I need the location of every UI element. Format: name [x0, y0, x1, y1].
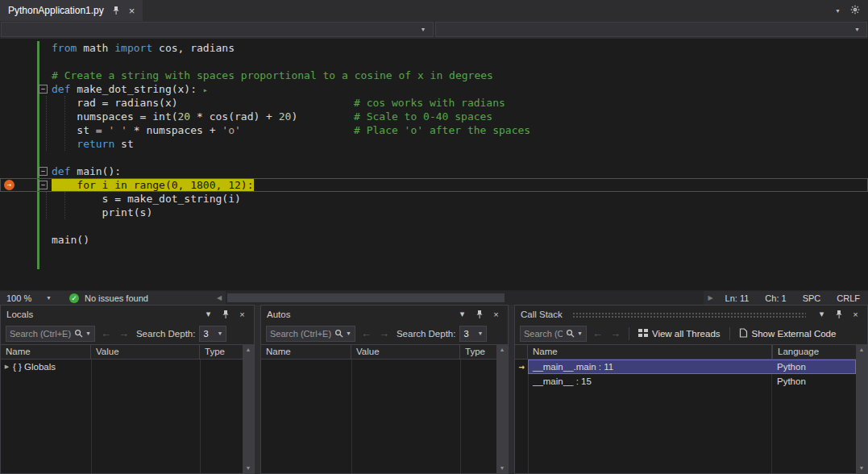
search-icon[interactable] — [334, 326, 343, 341]
code-line[interactable]: print(s) — [0, 206, 868, 219]
column-header-language[interactable]: Language — [772, 345, 856, 359]
fold-margin[interactable] — [37, 206, 52, 219]
collapse-toggle-icon[interactable]: − — [39, 85, 48, 94]
scroll-down-icon[interactable]: ▼ — [500, 465, 505, 471]
document-health-indicator[interactable]: ✓ No issues found — [69, 293, 148, 303]
collapse-toggle-icon[interactable]: − — [39, 167, 48, 176]
scroll-down-icon[interactable]: ▼ — [859, 465, 865, 471]
column-header-type[interactable]: Type — [460, 345, 496, 359]
pin-icon[interactable] — [219, 310, 231, 319]
search-input[interactable] — [6, 329, 74, 339]
search-box[interactable]: ▼ — [520, 326, 587, 342]
pin-icon[interactable] — [110, 6, 123, 15]
callstack-title-bar[interactable]: Call Stack ▾ × — [515, 306, 867, 322]
autos-title-bar[interactable]: Autos ▾ × — [261, 306, 508, 322]
members-dropdown[interactable]: ▼ — [435, 22, 868, 37]
scroll-up-icon[interactable]: ▲ — [500, 347, 505, 352]
fold-margin[interactable] — [37, 137, 52, 151]
search-options-caret-icon[interactable]: ▼ — [85, 331, 91, 336]
fold-margin[interactable] — [37, 110, 52, 123]
current-statement-icon[interactable]: → — [4, 180, 15, 190]
code-line[interactable]: # Scale to 0-40 spaces numspaces = int(2… — [0, 110, 868, 123]
fold-margin[interactable]: − — [37, 82, 52, 96]
close-icon[interactable]: × — [490, 310, 502, 319]
vertical-scrollbar[interactable]: ▲ ▼ — [496, 344, 508, 473]
breakpoint-margin[interactable] — [0, 96, 37, 110]
previous-result-icon[interactable]: ← — [359, 327, 373, 339]
next-result-icon[interactable]: → — [377, 327, 391, 339]
document-list-dropdown-icon[interactable]: ▼ — [835, 8, 841, 14]
breakpoint-margin[interactable] — [0, 82, 37, 96]
horizontal-scrollbar[interactable]: ◀ ▶ — [213, 291, 717, 305]
breakpoint-margin[interactable] — [0, 110, 37, 123]
callstack-frame-row[interactable]: __main__ : 15Python — [515, 374, 856, 389]
search-icon[interactable] — [74, 326, 83, 341]
close-icon[interactable]: × — [236, 310, 248, 319]
column-header-type[interactable]: Type — [200, 345, 243, 359]
fold-margin[interactable]: − — [37, 178, 52, 192]
fold-margin[interactable] — [37, 69, 52, 82]
column-header-name[interactable]: Name — [261, 345, 351, 359]
breakpoint-margin[interactable] — [0, 137, 37, 151]
column-header-name[interactable]: Name — [1, 345, 91, 359]
vertical-scrollbar[interactable]: ▲ ▼ — [856, 344, 867, 473]
fold-margin[interactable] — [37, 233, 52, 247]
fold-margin[interactable] — [37, 123, 52, 137]
code-line[interactable]: →− for i in range(0, 1800, 12): — [0, 178, 868, 192]
line-indicator[interactable]: Ln: 11 — [717, 293, 758, 303]
collapse-toggle-icon[interactable]: − — [39, 181, 48, 189]
search-box[interactable]: ▼ — [266, 326, 355, 342]
column-header-name[interactable]: Name — [528, 345, 772, 359]
chevron-down-icon[interactable]: ▾ — [202, 309, 214, 319]
show-external-code-button[interactable]: Show External Code — [737, 328, 839, 339]
search-box[interactable]: ▼ — [6, 326, 95, 342]
callstack-frame-row[interactable]: →__main__.main : 11Python — [515, 360, 856, 374]
code-line[interactable] — [0, 151, 868, 164]
scroll-right-icon[interactable]: ▶ — [704, 294, 716, 301]
code-line[interactable]: −def main(): — [0, 164, 868, 178]
fold-margin[interactable] — [37, 55, 52, 69]
locals-row[interactable]: ▶{ } Globals — [1, 360, 243, 374]
code-line[interactable]: s = make_dot_string(i) — [0, 192, 868, 206]
close-icon[interactable]: × — [129, 6, 135, 16]
scroll-up-icon[interactable]: ▲ — [246, 347, 251, 352]
fold-margin[interactable] — [37, 151, 52, 164]
scroll-down-icon[interactable]: ▼ — [246, 465, 251, 471]
breakpoint-margin[interactable] — [0, 219, 37, 233]
chevron-down-icon[interactable]: ▾ — [816, 309, 828, 319]
previous-result-icon[interactable]: ← — [591, 327, 604, 339]
search-options-caret-icon[interactable]: ▼ — [346, 331, 351, 336]
fold-margin[interactable]: − — [37, 164, 52, 178]
breakpoint-margin[interactable] — [0, 164, 37, 178]
code-line[interactable]: return st — [0, 137, 868, 151]
pin-icon[interactable] — [473, 310, 485, 319]
fold-margin[interactable] — [37, 192, 52, 206]
scroll-left-icon[interactable]: ◀ — [213, 294, 226, 301]
search-depth-dropdown[interactable]: 3 ▼ — [199, 326, 226, 342]
types-dropdown[interactable]: ▼ — [1, 22, 434, 37]
close-icon[interactable]: × — [849, 310, 862, 319]
search-icon[interactable] — [566, 326, 575, 341]
breakpoint-margin[interactable] — [0, 41, 37, 55]
code-line[interactable] — [0, 219, 868, 233]
fold-margin[interactable] — [37, 96, 52, 110]
code-line[interactable]: −def make_dot_string(x): ▸ — [0, 82, 868, 96]
fold-margin[interactable] — [37, 219, 52, 233]
breakpoint-margin[interactable] — [0, 151, 37, 164]
view-all-threads-button[interactable]: View all Threads — [636, 328, 723, 339]
column-indicator[interactable]: Ch: 1 — [757, 293, 794, 303]
scroll-up-icon[interactable]: ▲ — [859, 347, 865, 352]
panel-drag-grip[interactable] — [572, 311, 806, 318]
breakpoint-margin[interactable] — [0, 55, 37, 69]
code-line[interactable]: # Create a string with spaces proportion… — [0, 69, 868, 82]
code-line[interactable]: main() — [0, 233, 868, 247]
next-result-icon[interactable]: → — [117, 327, 131, 339]
breakpoint-margin[interactable] — [0, 192, 37, 206]
code-line[interactable]: # Place 'o' after the spaces st = ' ' * … — [0, 123, 868, 137]
line-ending-indicator[interactable]: CRLF — [829, 293, 868, 303]
zoom-control[interactable]: 100 % ▼ — [0, 293, 58, 303]
code-line[interactable] — [0, 55, 868, 69]
breakpoint-margin[interactable] — [0, 206, 37, 219]
breakpoint-margin[interactable] — [0, 69, 37, 82]
locals-title-bar[interactable]: Locals ▾ × — [1, 306, 254, 322]
